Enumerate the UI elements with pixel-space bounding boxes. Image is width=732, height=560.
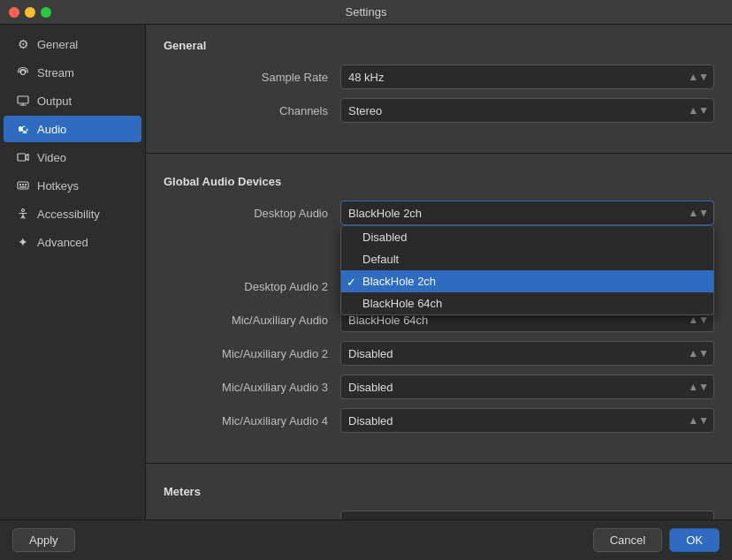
sidebar-label-video: Video xyxy=(37,151,66,164)
sidebar-item-accessibility[interactable]: Accessibility xyxy=(4,201,141,227)
dropdown-item-disabled[interactable]: Disabled xyxy=(341,226,713,248)
sidebar-item-general[interactable]: ⚙ General xyxy=(4,31,141,57)
meters-title: Meters xyxy=(164,485,714,498)
apply-button[interactable]: Apply xyxy=(12,528,75,552)
decay-rate-wrapper: Fast Medium Slow ▲▼ xyxy=(340,511,714,519)
svg-rect-3 xyxy=(18,154,26,161)
mic-aux4-select[interactable]: Disabled xyxy=(340,408,714,433)
stream-icon xyxy=(16,65,30,79)
mic-aux2-label: Mic/Auxiliary Audio 2 xyxy=(164,347,340,360)
footer-right: Cancel OK xyxy=(593,528,720,552)
mic-aux-label: Mic/Auxiliary Audio xyxy=(164,314,340,327)
sidebar-label-output: Output xyxy=(37,95,72,108)
svg-rect-7 xyxy=(25,184,27,185)
sidebar-label-advanced: Advanced xyxy=(37,236,88,249)
video-icon xyxy=(16,150,30,164)
channels-select[interactable]: Mono Stereo xyxy=(340,98,714,123)
channels-row: Channels Mono Stereo ▲▼ xyxy=(164,98,714,123)
global-audio-section: Global Audio Devices Desktop Audio Disab… xyxy=(146,161,732,456)
channels-label: Channels xyxy=(164,104,340,117)
divider-1 xyxy=(146,153,732,154)
window-title: Settings xyxy=(346,5,387,19)
ok-button[interactable]: OK xyxy=(669,528,720,552)
sidebar-label-stream: Stream xyxy=(37,66,74,79)
sidebar-item-output[interactable]: Output xyxy=(4,87,141,114)
desktop-audio2-label: Desktop Audio 2 xyxy=(164,280,340,293)
mic-aux2-wrapper: Disabled ▲▼ xyxy=(340,341,714,366)
sidebar-item-video[interactable]: Video xyxy=(4,144,141,170)
accessibility-icon xyxy=(16,207,30,221)
content-area: General Sample Rate 44.1 kHz 48 kHz ▲▼ C… xyxy=(146,25,732,519)
dropdown-item-blackhole2ch[interactable]: ✓ BlackHole 2ch xyxy=(341,270,713,292)
close-button[interactable] xyxy=(9,7,19,18)
audio-icon xyxy=(16,122,30,136)
sidebar-item-advanced[interactable]: ✦ Advanced xyxy=(4,229,141,255)
sidebar-label-audio: Audio xyxy=(37,123,66,136)
desktop-audio-select[interactable]: Disabled Default BlackHole 2ch BlackHole… xyxy=(340,201,714,225)
sample-rate-row: Sample Rate 44.1 kHz 48 kHz ▲▼ xyxy=(164,64,714,89)
desktop-audio-label: Desktop Audio xyxy=(164,207,340,220)
dropdown-item-blackhole64ch[interactable]: BlackHole 64ch xyxy=(341,292,713,314)
title-bar: Settings xyxy=(0,0,732,25)
dropdown-item-default[interactable]: Default xyxy=(341,248,713,270)
maximize-button[interactable] xyxy=(41,7,51,18)
global-audio-title: Global Audio Devices xyxy=(164,175,714,188)
sidebar-label-accessibility: Accessibility xyxy=(37,208,100,221)
sidebar-label-general: General xyxy=(37,38,78,51)
meters-section: Meters Decay Rate Fast Medium Slow ▲▼ Pe… xyxy=(146,471,732,519)
sidebar-label-hotkeys: Hotkeys xyxy=(37,179,79,193)
desktop-audio-row: Desktop Audio Disabled Default BlackHole… xyxy=(164,201,714,225)
footer: Apply Cancel OK xyxy=(0,519,732,560)
sidebar-item-audio[interactable]: Audio xyxy=(4,116,141,142)
channels-wrapper: Mono Stereo ▲▼ xyxy=(340,98,714,123)
sidebar-item-hotkeys[interactable]: Hotkeys xyxy=(4,172,141,199)
mic-aux2-row: Mic/Auxiliary Audio 2 Disabled ▲▼ xyxy=(164,341,714,366)
mic-aux3-select[interactable]: Disabled xyxy=(340,375,714,399)
dropdown-item-blackhole64ch-label: BlackHole 64ch xyxy=(362,297,442,310)
mic-aux2-select[interactable]: Disabled xyxy=(340,341,714,366)
mic-aux4-wrapper: Disabled ▲▼ xyxy=(340,408,714,433)
advanced-icon: ✦ xyxy=(16,235,30,249)
divider-2 xyxy=(146,463,732,464)
svg-rect-5 xyxy=(19,184,21,185)
gear-icon: ⚙ xyxy=(16,37,30,51)
minimize-button[interactable] xyxy=(25,7,35,18)
footer-left: Apply xyxy=(12,528,75,552)
sample-rate-select[interactable]: 44.1 kHz 48 kHz xyxy=(340,64,714,89)
general-section: General Sample Rate 44.1 kHz 48 kHz ▲▼ C… xyxy=(146,25,732,146)
dropdown-item-disabled-label: Disabled xyxy=(362,231,408,244)
desktop-audio-wrapper: Disabled Default BlackHole 2ch BlackHole… xyxy=(340,201,714,225)
mic-aux3-row: Mic/Auxiliary Audio 3 Disabled ▲▼ xyxy=(164,375,714,399)
svg-rect-8 xyxy=(19,186,27,188)
traffic-lights xyxy=(9,7,51,18)
mic-aux4-row: Mic/Auxiliary Audio 4 Disabled ▲▼ xyxy=(164,408,714,433)
main-layout: ⚙ General Stream xyxy=(0,25,732,519)
cancel-button[interactable]: Cancel xyxy=(593,528,662,552)
desktop-audio-dropdown: Disabled Default ✓ BlackHole 2ch BlackHo… xyxy=(340,225,714,315)
decay-rate-select[interactable]: Fast Medium Slow xyxy=(340,511,714,519)
sidebar: ⚙ General Stream xyxy=(0,25,146,519)
mic-aux4-label: Mic/Auxiliary Audio 4 xyxy=(164,414,340,428)
output-icon xyxy=(16,94,30,108)
dropdown-item-blackhole2ch-label: BlackHole 2ch xyxy=(362,275,436,288)
svg-rect-6 xyxy=(22,184,24,185)
general-title: General xyxy=(164,39,714,52)
sidebar-item-stream[interactable]: Stream xyxy=(4,59,141,86)
sample-rate-label: Sample Rate xyxy=(164,71,340,84)
check-icon: ✓ xyxy=(347,275,356,288)
mic-aux3-label: Mic/Auxiliary Audio 3 xyxy=(164,381,340,394)
dropdown-item-default-label: Default xyxy=(362,253,399,266)
svg-rect-1 xyxy=(18,96,28,103)
decay-rate-row: Decay Rate Fast Medium Slow ▲▼ xyxy=(164,511,714,519)
svg-point-9 xyxy=(22,209,25,212)
decay-rate-label: Decay Rate xyxy=(164,517,340,520)
hotkeys-icon xyxy=(16,178,30,193)
sample-rate-wrapper: 44.1 kHz 48 kHz ▲▼ xyxy=(340,64,714,89)
mic-aux3-wrapper: Disabled ▲▼ xyxy=(340,375,714,399)
svg-point-0 xyxy=(21,71,26,75)
